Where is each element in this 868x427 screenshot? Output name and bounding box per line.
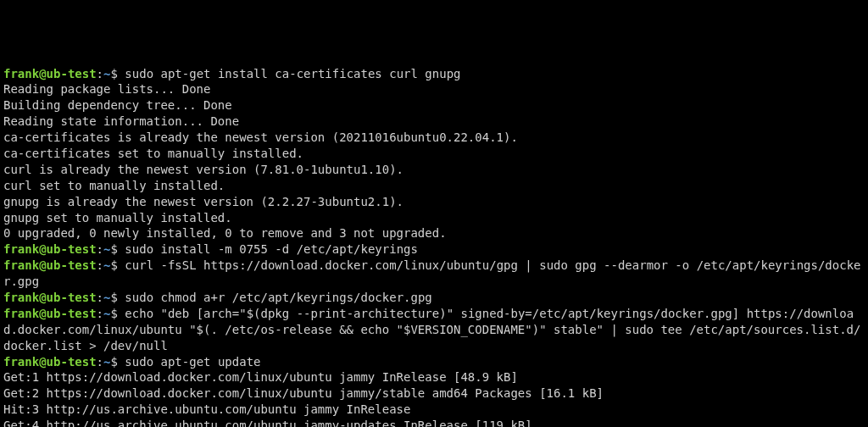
output-line: curl set to manually installed. (3, 178, 865, 194)
prompt-dollar: $ (110, 307, 125, 320)
output-line: Reading state information... Done (3, 114, 865, 130)
command-line: frank@ub-test:~$ curl -fsSL https://down… (3, 258, 865, 290)
prompt-colon: : (97, 291, 103, 304)
prompt-at: @ (39, 242, 46, 256)
output-text: Reading state information... Done (3, 114, 239, 128)
prompt-user: frank (3, 307, 39, 320)
output-line: 0 upgraded, 0 newly installed, 0 to remo… (3, 225, 865, 241)
output-text: gnupg is already the newest version (2.2… (3, 195, 403, 208)
prompt-user: frank (3, 242, 39, 256)
command-text: sudo install -m 0755 -d /etc/apt/keyring… (125, 242, 418, 256)
command-text: curl -fsSL https://download.docker.com/l… (3, 258, 861, 288)
prompt-host: ub-test (47, 355, 97, 369)
output-line: Hit:3 http://us.archive.ubuntu.com/ubunt… (3, 402, 865, 418)
prompt-host: ub-test (47, 291, 97, 304)
prompt-colon: : (97, 355, 103, 369)
output-line: Get:1 https://download.docker.com/linux/… (3, 369, 865, 385)
output-line: gnupg set to manually installed. (3, 210, 865, 226)
prompt-colon: : (97, 242, 103, 256)
prompt-dollar: $ (110, 242, 125, 256)
prompt-at: @ (39, 258, 46, 272)
output-text: curl set to manually installed. (3, 179, 225, 192)
command-line: frank@ub-test:~$ sudo chmod a+r /etc/apt… (3, 290, 865, 306)
output-text: ca-certificates is already the newest ve… (3, 130, 518, 144)
prompt-dollar: $ (110, 355, 125, 369)
prompt-colon: : (97, 307, 103, 320)
output-line: gnupg is already the newest version (2.2… (3, 194, 865, 210)
output-text: gnupg set to manually installed. (3, 211, 232, 225)
prompt-at: @ (39, 355, 46, 369)
output-text: Reading package lists... Done (3, 82, 210, 96)
output-text: Hit:3 http://us.archive.ubuntu.com/ubunt… (3, 402, 410, 416)
command-line: frank@ub-test:~$ sudo apt-get update (3, 354, 865, 370)
prompt-dollar: $ (110, 67, 125, 80)
output-text: curl is already the newest version (7.81… (3, 163, 403, 176)
output-line: curl is already the newest version (7.81… (3, 162, 865, 178)
prompt-at: @ (39, 67, 46, 80)
prompt-host: ub-test (47, 258, 97, 272)
output-text: Get:1 https://download.docker.com/linux/… (3, 370, 518, 384)
command-text: sudo apt-get install ca-certificates cur… (125, 67, 460, 80)
prompt-user: frank (3, 355, 39, 369)
output-line: ca-certificates set to manually installe… (3, 146, 865, 162)
command-text: sudo apt-get update (125, 355, 260, 369)
terminal-viewport[interactable]: frank@ub-test:~$ sudo apt-get install ca… (3, 66, 865, 427)
prompt-dollar: $ (110, 258, 125, 272)
output-line: Building dependency tree... Done (3, 97, 865, 114)
prompt-user: frank (3, 258, 39, 272)
output-text: ca-certificates set to manually installe… (3, 147, 303, 160)
output-text: Get:2 https://download.docker.com/linux/… (3, 386, 604, 400)
prompt-user: frank (3, 291, 39, 304)
command-line: frank@ub-test:~$ sudo install -m 0755 -d… (3, 241, 865, 258)
prompt-dollar: $ (110, 291, 125, 304)
output-line: Reading package lists... Done (3, 81, 865, 97)
output-text: Building dependency tree... Done (3, 98, 232, 112)
prompt-colon: : (97, 67, 103, 80)
output-line: Get:4 http://us.archive.ubuntu.com/ubunt… (3, 418, 865, 427)
prompt-host: ub-test (47, 242, 97, 256)
prompt-at: @ (39, 291, 46, 304)
prompt-user: frank (3, 67, 39, 80)
prompt-colon: : (97, 258, 103, 272)
command-text: sudo chmod a+r /etc/apt/keyrings/docker.… (125, 291, 431, 304)
output-text: 0 upgraded, 0 newly installed, 0 to remo… (3, 226, 447, 240)
output-line: Get:2 https://download.docker.com/linux/… (3, 385, 865, 402)
command-text: echo "deb [arch="$(dpkg --print-architec… (3, 307, 860, 352)
prompt-at: @ (39, 307, 46, 320)
command-line: frank@ub-test:~$ sudo apt-get install ca… (3, 66, 865, 82)
prompt-host: ub-test (47, 307, 97, 320)
output-line: ca-certificates is already the newest ve… (3, 130, 865, 146)
command-line: frank@ub-test:~$ echo "deb [arch="$(dpkg… (3, 306, 865, 354)
prompt-host: ub-test (47, 67, 97, 80)
output-text: Get:4 http://us.archive.ubuntu.com/ubunt… (3, 419, 532, 427)
